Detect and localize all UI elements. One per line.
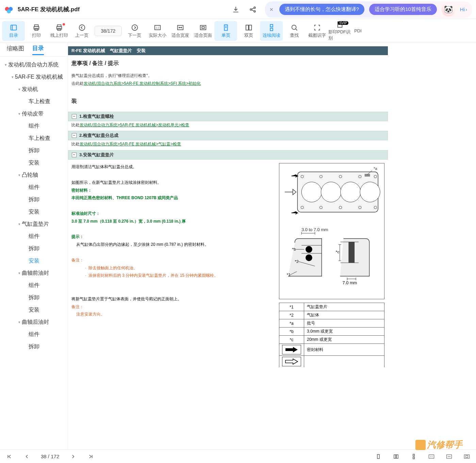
assistant-avatar-icon[interactable]: 🐼 [442,3,455,16]
tree-item[interactable]: 拆卸 [0,291,68,304]
solid-arrow-icon [282,345,301,354]
fit-page-icon [199,23,207,32]
svg-rect-75 [466,456,468,458]
tree-item[interactable]: ▾5AR-FE 发动机机械 [0,71,68,83]
svg-text:*b: *b [292,247,296,252]
section-install: 装 [68,87,388,110]
svg-text:*2: *2 [295,259,298,264]
page-crumbs: R-FE 发动机机械气缸盖垫片安装 [68,46,388,55]
svg-text:*c: *c [336,250,340,254]
link-2[interactable]: 发动机/混合动力系统>5AR-FE 发动机机械>气缸盖>检查 [80,142,181,146]
tree-item[interactable]: 组件 [0,181,68,193]
bottom-page-indicator: 38 / 172 [41,453,59,459]
share-icon[interactable] [248,5,258,14]
svg-point-24 [292,25,296,29]
download-icon[interactable] [231,5,241,14]
side-tab-thumb[interactable]: 缩略图 [7,45,24,54]
tree-item[interactable]: 组件 [0,328,68,340]
hi-button[interactable]: Hi› [460,6,467,12]
tool-actual-size[interactable]: 1:1实际大小 [146,21,169,41]
tree-item[interactable]: 车上检查 [0,132,68,144]
tree-item[interactable]: 安装 [0,206,68,218]
tree-item[interactable]: 安装 [0,157,68,169]
view-double-icon[interactable] [392,453,400,460]
tool-single-page[interactable]: 单页 [214,21,237,41]
single-page-icon [222,23,230,32]
first-page-icon[interactable] [5,453,13,460]
svg-point-2 [7,9,11,13]
svg-text:7.0 mm: 7.0 mm [343,280,357,285]
chevron-left-icon [78,23,86,32]
tool-online-print[interactable]: 线上打印 [48,21,70,41]
svg-rect-67 [394,454,396,458]
side-tab-toc[interactable]: 目录 [32,44,44,55]
svg-point-29 [341,182,361,202]
view-continuous-icon[interactable] [410,453,417,460]
promo-pill-1[interactable]: 遇到不懂的长句，怎么快速翻译? [279,4,364,15]
svg-rect-20 [246,25,248,30]
tree-item[interactable]: 拆卸 [0,340,68,353]
tool-toc[interactable]: 目录 [2,21,25,41]
prev-icon[interactable] [23,453,31,460]
tree-item[interactable]: 组件 [0,120,68,132]
page-viewport[interactable]: R-FE 发动机机械气缸盖垫片安装 意事项 / 备注 / 提示 换气缸盖分总成后… [68,43,476,449]
next-icon[interactable] [69,453,77,460]
tree-item[interactable]: 安装 [0,304,68,316]
print-icon [32,23,40,32]
tool-scan-pdf[interactable]: SVIP影印PDF识别 [328,21,351,41]
tool-next-page[interactable]: 下一页 [123,21,146,41]
tree-item[interactable]: ▾曲轴前油封 [0,267,68,279]
hollow-arrow-icon [282,357,301,366]
gasket-diagram: *a 3.0 to 7.0 mm *b *2 *1 [279,163,384,299]
tree-item[interactable]: ▾传动皮带 [0,108,68,120]
view-single-icon[interactable] [375,453,382,460]
tree-item[interactable]: 拆卸 [0,242,68,255]
tree-item[interactable]: ▾发动机 [0,83,68,95]
tree-item[interactable]: 安装 [0,255,68,267]
tool-fit-width[interactable]: 适合宽度 [169,21,192,41]
tree-item[interactable]: ▾发动机/混合动力系统 [0,59,68,71]
tree-item[interactable]: ▾气缸盖垫片 [0,218,68,230]
tool-prev-page[interactable]: 上一页 [70,21,93,41]
page-indicator[interactable]: 38 / 172 [95,26,122,36]
tree-item[interactable]: ▾凸轮轴 [0,169,68,181]
toc-icon [10,23,18,32]
tool-print[interactable]: 打印 [25,21,48,41]
tree-item[interactable]: ▾曲轴后油封 [0,316,68,328]
svg-rect-58 [348,242,355,263]
tree-item[interactable]: 车上检查 [0,95,68,108]
step-2[interactable]: −2.检查气缸盖分总成 [68,131,388,140]
tool-double-page[interactable]: 双页 [237,21,260,41]
online-print-icon [55,23,63,32]
tree-item[interactable]: 组件 [0,230,68,242]
promo-close-icon[interactable]: ✕ [268,6,275,13]
link-init[interactable]: 发动机/混合动力系统>5AR-FE 发动机控制系统>SFI 系统>初始化 [84,81,201,86]
double-page-icon [245,23,253,32]
svg-rect-69 [413,454,415,456]
svg-rect-6 [11,25,16,30]
app-logo-icon [4,5,14,14]
svg-rect-74 [464,454,470,458]
tool-continuous[interactable]: 连续阅读 [260,21,283,41]
svg-rect-66 [377,454,379,459]
view-fitw-icon[interactable] [445,453,453,460]
tree-item[interactable]: 拆卸 [0,144,68,157]
promo-pill-2[interactable]: 适合学习听的10首纯音乐 [369,4,437,15]
tool-screenshot-ocr[interactable]: 截图识字 [306,21,328,41]
view-fitp-icon[interactable] [463,453,471,460]
view-1to1-icon[interactable]: 1:1 [428,453,435,460]
tree-item[interactable]: 拆卸 [0,193,68,206]
toc-tree[interactable]: ▾发动机/混合动力系统▾5AR-FE 发动机机械▾发动机车上检查▾传动皮带组件车… [0,57,68,449]
svg-point-30 [360,182,380,202]
tool-pdf-last[interactable]: PDI [351,21,365,41]
svg-text:1:1: 1:1 [430,456,432,458]
tree-item[interactable]: 组件 [0,279,68,291]
step-1[interactable]: −1.检查气缸盖螺栓 [68,112,388,121]
svg-rect-41 [365,174,370,177]
last-page-icon[interactable] [87,453,95,460]
link-1[interactable]: 发动机/混合动力系统>5AR-FE 发动机机械>发动机单元>检查 [80,123,189,127]
fit-width-icon [176,23,184,32]
step-3[interactable]: −3.安装气缸盖垫片 [68,150,388,160]
tool-search[interactable]: 查找 [283,21,306,41]
tool-fit-page[interactable]: 适合页面 [192,21,214,41]
